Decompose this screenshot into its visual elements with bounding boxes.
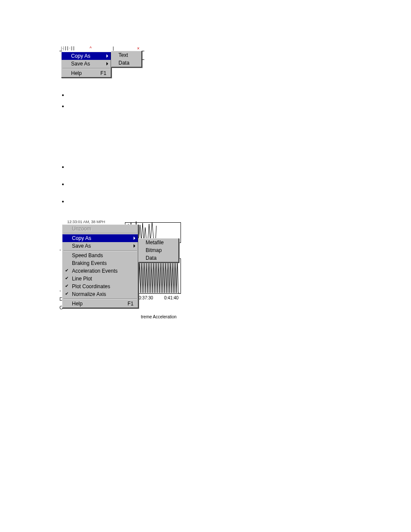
menu-label: Speed Bands: [72, 252, 135, 258]
submenu-arrow-icon: [106, 62, 108, 65]
check-icon: ✔: [65, 276, 69, 280]
bullet-item: [68, 198, 69, 204]
x-axis-tick-2: 0:41:40: [164, 296, 178, 300]
menu-item-braking-events[interactable]: Braking Events: [62, 259, 138, 267]
menu-label: Data: [118, 60, 139, 66]
menu-label: Metafile: [146, 240, 176, 246]
menu-label: Save As: [71, 61, 103, 67]
menu-item-plot-coordinates[interactable]: ✔ Plot Coordinates: [62, 283, 138, 290]
menu-item-normalize-axis[interactable]: ✔ Normalize Axis: [62, 290, 138, 298]
edge-mark: -: [59, 288, 61, 293]
menu-separator: [62, 68, 110, 69]
menu-label: Normalize Axis: [72, 291, 135, 297]
menu-item-save-as-1[interactable]: Save As: [62, 60, 111, 68]
edge-mark: -: [59, 247, 61, 252]
menu-item-help-1[interactable]: Help F1: [62, 69, 111, 77]
bullet-list-1: [68, 92, 69, 114]
tick-mark: [142, 51, 144, 51]
menu-item-help-2[interactable]: Help F1: [62, 300, 138, 308]
bullet-item: [68, 181, 69, 187]
bullet-list-2: [68, 164, 69, 215]
menu-label: Help: [72, 301, 119, 307]
menu-label: Data: [146, 255, 176, 261]
menu-label: Copy As: [72, 235, 130, 241]
bullet-item: [68, 103, 69, 109]
submenu-arrow-icon: [106, 54, 108, 58]
menu-label: Text: [118, 52, 139, 58]
chart-title-fragment: 12:33:01 AM, 38 MPH: [67, 220, 105, 224]
context-menu-2: Unzoom Copy As Save As Speed Bands Braki…: [62, 224, 139, 308]
red-mark: ^: [90, 46, 92, 51]
submenu-item-text[interactable]: Text: [112, 51, 141, 59]
red-mark: ×: [137, 46, 140, 51]
menu-label: Bitmap: [146, 247, 176, 253]
menu-separator: [63, 250, 137, 251]
ruler-fragment: |┤║║·║║: [60, 47, 75, 50]
check-icon: ✔: [65, 268, 69, 273]
context-menu-1: Copy As Save As Help F1: [61, 52, 112, 78]
menu-separator: [63, 233, 137, 234]
menu-separator: [63, 299, 137, 299]
submenu-item-bitmap[interactable]: Bitmap: [139, 246, 178, 254]
menu-item-speed-bands[interactable]: Speed Bands: [62, 252, 138, 259]
bullet-item: [68, 92, 69, 98]
menu-label: Plot Coordinates: [72, 283, 135, 289]
check-icon: ✔: [65, 292, 69, 296]
submenu-1: Text Data: [111, 51, 142, 68]
submenu-item-data-1[interactable]: Data: [112, 59, 141, 67]
submenu-item-data-2[interactable]: Data: [139, 254, 178, 262]
menu-label: Acceleration Events: [72, 268, 135, 274]
menu-label: Copy As: [71, 53, 103, 59]
submenu-arrow-icon: [134, 236, 135, 240]
tick-mark: [59, 51, 62, 51]
submenu-2: Metafile Bitmap Data: [138, 238, 179, 263]
menu-label: Braking Events: [72, 260, 135, 266]
menu-item-save-as-2[interactable]: Save As: [62, 242, 138, 250]
menu-item-acceleration-events[interactable]: ✔ Acceleration Events: [62, 267, 138, 275]
bullet-item: [68, 164, 69, 170]
menu-label: Line Plot: [72, 276, 135, 282]
menu-item-unzoom[interactable]: Unzoom: [62, 225, 138, 233]
x-axis-tick-1: 0:37:30: [139, 296, 153, 300]
submenu-arrow-icon: [134, 244, 135, 248]
legend-fragment: treme Acceleration: [141, 314, 177, 319]
menu-item-copy-as-1[interactable]: Copy As: [62, 52, 111, 60]
menu-item-line-plot[interactable]: ✔ Line Plot: [62, 275, 138, 283]
check-icon: ✔: [65, 284, 69, 288]
ruler-fragment: ║: [112, 47, 115, 50]
menu-label: Save As: [72, 243, 130, 249]
tick-mark: [142, 59, 144, 60]
menu-shortcut: F1: [128, 301, 134, 307]
menu-label: Help: [71, 70, 92, 76]
menu-item-copy-as-2[interactable]: Copy As: [62, 234, 138, 242]
submenu-item-metafile[interactable]: Metafile: [139, 239, 178, 246]
menu-label: Unzoom: [72, 226, 135, 232]
chart-spikes-bottom: [139, 258, 182, 294]
menu-shortcut: F1: [100, 70, 106, 76]
